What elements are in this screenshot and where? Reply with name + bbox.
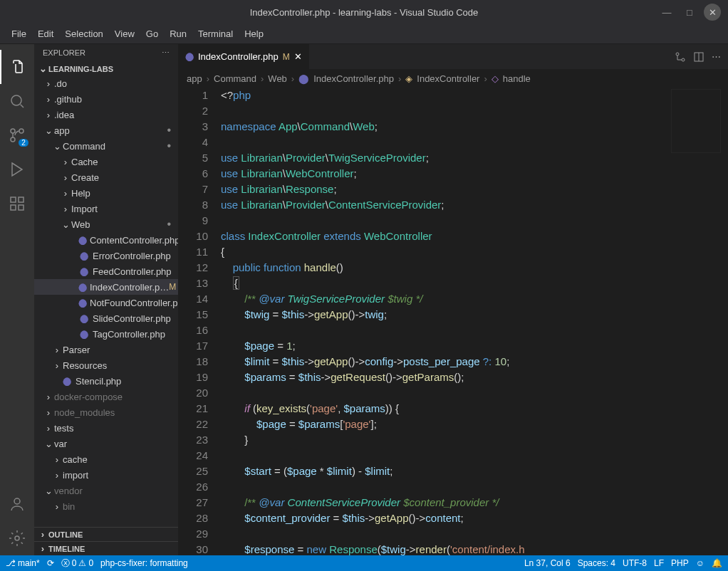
breadcrumbs[interactable]: app› Command› Web› ⬤IndexController.php›… [178,69,728,88]
svg-point-2 [11,137,15,142]
svg-point-9 [15,536,19,540]
tree-item[interactable]: ⌄app• [34,122,178,138]
language-indicator[interactable]: PHP [671,558,689,568]
tree-item[interactable]: ›.github [34,91,178,107]
tree-item[interactable]: ›.do [34,75,178,91]
tree-item[interactable]: ›bin [34,498,178,514]
notifications-icon[interactable]: 🔔 [712,558,722,568]
tree-item[interactable]: ⌄var [34,436,178,451]
tabs: ⬤ IndexController.php M ✕ ⋯ [178,44,728,69]
tree-item[interactable]: ›Parser [34,342,178,357]
gutter: 1234567891011121314151617181920212223242… [178,88,221,555]
cursor-position[interactable]: Ln 37, Col 6 [524,558,571,568]
account-icon[interactable] [0,487,34,521]
tree-item[interactable]: ›.idea [34,107,178,122]
formatter-status[interactable]: php-cs-fixer: formatting [100,558,188,568]
sidebar-title: EXPLORER ⋯ [34,44,178,62]
menu-terminal[interactable]: Terminal [192,28,239,39]
titlebar: IndexController.php - learning-labs - Vi… [0,0,728,24]
maximize-button[interactable]: □ [681,4,698,21]
tab-indexcontroller[interactable]: ⬤ IndexController.php M ✕ [178,44,309,69]
window-title: IndexController.php - learning-labs - Vi… [250,7,479,18]
tree-item[interactable]: ⬤ErrorController.php [34,248,178,263]
section-header[interactable]: ⌄ LEARNING-LABS [34,62,178,75]
menu-selection[interactable]: Selection [59,28,108,39]
php-icon: ⬤ [61,377,73,386]
activitybar: 2 [0,44,34,555]
tree-item[interactable]: ›Create [34,169,178,185]
php-icon: ⬤ [78,236,87,245]
scm-badge: 2 [19,139,28,147]
menu-run[interactable]: Run [164,28,192,39]
tree-item[interactable]: ⬤SlideController.php [34,310,178,326]
settings-icon[interactable] [0,521,34,555]
explorer-icon[interactable] [0,50,34,84]
svg-rect-7 [19,205,24,210]
more-icon[interactable]: ⋯ [162,48,170,58]
php-icon: ⬤ [78,330,90,339]
minimap[interactable] [671,89,721,153]
close-button[interactable]: ✕ [704,4,721,21]
code-editor[interactable]: 1234567891011121314151617181920212223242… [178,88,728,555]
php-icon: ⬤ [78,314,90,323]
tree-item[interactable]: ⌄Web• [34,216,178,232]
tree-item[interactable]: ⬤Stencil.php [34,373,178,389]
tree-item[interactable]: ⬤FeedController.php [34,263,178,279]
menu-go[interactable]: Go [140,28,164,39]
extensions-icon[interactable] [0,187,34,221]
tab-actions: ⋯ [667,44,728,69]
source-control-icon[interactable]: 2 [0,118,34,152]
file-tree: ›.do›.github›.idea⌄app•⌄Command•›Cache›C… [34,75,178,527]
tree-item[interactable]: ›Resources [34,357,178,373]
tree-item[interactable]: ›tests [34,420,178,436]
tree-item[interactable]: ›docker-compose [34,389,178,404]
menubar: File Edit Selection View Go Run Terminal… [0,24,728,44]
run-debug-icon[interactable] [0,152,34,187]
statusbar: ⎇ main* ⟳ ⓧ 0 ⚠ 0 php-cs-fixer: formatti… [0,555,728,571]
method-icon: ◇ [492,73,499,84]
timeline-header[interactable]: ›TIMELINE [34,541,178,555]
tree-item[interactable]: ⌄Command• [34,138,178,154]
more-actions-icon[interactable]: ⋯ [712,51,721,62]
tree-item[interactable]: ⬤IndexController.p…M [34,279,178,295]
search-icon[interactable] [0,84,34,118]
tree-item[interactable]: ›Import [34,201,178,216]
class-icon: ◈ [405,73,412,84]
errors-indicator[interactable]: ⓧ 0 ⚠ 0 [61,557,93,570]
tree-item[interactable]: ⬤ContentController.php [34,232,178,248]
tree-item[interactable]: ›node_modules [34,404,178,420]
close-tab-icon[interactable]: ✕ [294,51,302,62]
split-icon[interactable] [693,51,704,63]
php-icon: ⬤ [78,298,87,308]
tree-item[interactable]: ⬤TagController.php [34,326,178,342]
menu-view[interactable]: View [109,28,140,39]
sync-icon[interactable]: ⟳ [47,558,54,568]
svg-point-10 [676,53,679,56]
tree-item[interactable]: ›import [34,467,178,483]
minimize-button[interactable]: — [658,4,675,21]
tree-item[interactable]: ›Help [34,185,178,201]
svg-rect-6 [11,205,16,210]
menu-edit[interactable]: Edit [32,28,59,39]
menu-file[interactable]: File [6,28,32,39]
php-icon: ⬤ [298,73,309,84]
encoding-indicator[interactable]: UTF-8 [623,558,647,568]
tree-item[interactable]: ›Cache [34,154,178,169]
code-content[interactable]: <?php namespace App\Command\Web; use Lib… [221,88,728,555]
php-icon: ⬤ [78,283,87,292]
menu-help[interactable]: Help [239,28,269,39]
tree-item[interactable]: ›cache [34,451,178,467]
branch-indicator[interactable]: ⎇ main* [6,558,40,568]
spaces-indicator[interactable]: Spaces: 4 [578,558,615,568]
feedback-icon[interactable]: ☺ [696,558,704,568]
outline-header[interactable]: ›OUTLINE [34,527,178,541]
svg-point-11 [682,58,685,61]
compare-icon[interactable] [675,51,686,63]
tree-item[interactable]: ⌄vendor [34,483,178,498]
tree-item[interactable]: ⬤NotFoundController.php [34,295,178,310]
svg-point-8 [14,498,20,504]
svg-point-0 [11,95,21,105]
editor-area: ⬤ IndexController.php M ✕ ⋯ app› Command… [178,44,728,555]
svg-point-1 [19,129,24,133]
eol-indicator[interactable]: LF [654,558,664,568]
